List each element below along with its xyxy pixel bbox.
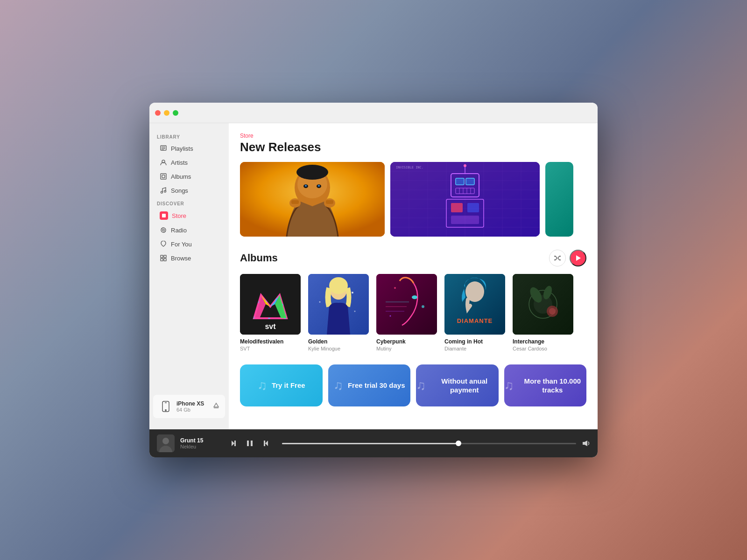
progress-fill [282, 443, 458, 444]
previous-button[interactable] [231, 439, 239, 448]
promo-text-try-free: Try it Free [272, 381, 305, 390]
sidebar-item-albums[interactable]: Albums [152, 170, 226, 183]
sidebar-item-for-you[interactable]: For You [152, 238, 226, 251]
store-label: Store [172, 212, 186, 219]
svg-rect-15 [164, 259, 166, 261]
progress-indicator [456, 441, 461, 446]
app-window: LIBRARY Playlists [149, 103, 598, 457]
svg-rect-31 [326, 200, 333, 204]
device-text: iPhone XS 64 Gb [176, 400, 204, 413]
music-note-icon-2: ♫ [333, 378, 343, 393]
traffic-lights [155, 110, 178, 116]
svg-rect-9 [162, 214, 166, 217]
store-breadcrumb: Store [240, 133, 586, 139]
music-note-icon-4: ♫ [504, 378, 514, 393]
svg-point-82 [354, 311, 356, 312]
app-body: LIBRARY Playlists [149, 123, 598, 429]
svg-point-80 [352, 292, 353, 294]
svg-rect-83 [376, 274, 437, 335]
svg-point-85 [394, 287, 396, 289]
svg-rect-52 [466, 178, 474, 185]
svg-point-84 [412, 295, 417, 299]
promo-card-no-payment[interactable]: ♫ Without anual payment [416, 364, 499, 406]
album-name-diamante: Coming in Hot [444, 338, 505, 345]
album-card-golden[interactable]: Golden Kylie Minogue [308, 274, 369, 351]
maximize-button[interactable] [173, 110, 178, 116]
album-card-cyberpunk[interactable]: Cyberpunk Mutiny [376, 274, 437, 351]
album-card-svt[interactable]: svt Melodifestivalen SVT [240, 274, 301, 351]
albums-row: svt Melodifestivalen SVT [240, 274, 586, 351]
album-card-diamante[interactable]: DIAMANTE Coming in Hot Diamante [444, 274, 505, 351]
device-info: iPhone XS 64 Gb [153, 395, 225, 418]
sidebar-item-browse[interactable]: Browse [152, 252, 226, 265]
svg-rect-101 [234, 441, 236, 446]
svg-point-26 [305, 185, 307, 187]
promo-card-free-trial[interactable]: ♫ Free trial 30 days [328, 364, 411, 406]
svg-text:INVISIBLE INC.: INVISIBLE INC. [396, 166, 423, 169]
sidebar-item-playlists[interactable]: Playlists [152, 142, 226, 155]
device-eject-button[interactable] [213, 402, 219, 411]
store-icon [160, 211, 168, 220]
svg-point-87 [390, 315, 391, 317]
svg-rect-6 [162, 175, 165, 178]
sidebar-item-songs[interactable]: Songs [152, 184, 226, 197]
svg-rect-105 [264, 441, 265, 446]
svg-point-95 [549, 308, 556, 315]
close-button[interactable] [155, 110, 161, 116]
album-art-interchange [513, 274, 573, 335]
album-name-cyberpunk: Cyberpunk [376, 338, 437, 345]
device-icon [159, 399, 173, 413]
svg-point-86 [422, 305, 424, 308]
new-release-card-robbie[interactable] [240, 162, 385, 237]
shuffle-button[interactable] [549, 250, 566, 266]
radio-icon [160, 226, 167, 234]
svg-rect-61 [451, 216, 479, 224]
new-release-card-teal[interactable] [545, 162, 573, 237]
svg-rect-5 [161, 174, 166, 179]
album-art-svt: svt [240, 274, 301, 335]
play-all-button[interactable] [570, 250, 586, 266]
radio-label: Radio [171, 227, 187, 234]
progress-track[interactable] [282, 443, 576, 444]
browse-icon [160, 254, 167, 262]
svg-rect-51 [456, 178, 464, 185]
sidebar-item-store[interactable]: Store [152, 209, 226, 223]
albums-icon [160, 173, 167, 180]
promo-row: ♫ Try it Free ♫ Free trial 30 days ♫ Wit… [240, 364, 586, 406]
next-button[interactable] [261, 439, 269, 448]
minimize-button[interactable] [164, 110, 169, 116]
albums-label: Albums [171, 173, 191, 180]
now-playing-info: Grunt 15 Nekleu [180, 437, 218, 449]
album-artist-golden: Kylie Minogue [308, 346, 369, 351]
page-title: New Releases [240, 140, 586, 154]
device-name: iPhone XS [176, 400, 204, 407]
svg-rect-103 [251, 441, 253, 446]
svg-rect-60 [467, 203, 479, 212]
now-playing-track-name: Grunt 15 [180, 437, 218, 444]
album-artist-cyberpunk: Mutiny [376, 346, 437, 351]
volume-control[interactable] [582, 439, 590, 448]
progress-bar[interactable] [282, 443, 576, 444]
promo-card-tracks[interactable]: ♫ More than 10.000 tracks [504, 364, 587, 406]
promo-card-try-free[interactable]: ♫ Try it Free [240, 364, 323, 406]
svg-rect-12 [161, 255, 163, 258]
sidebar-item-artists[interactable]: Artists [152, 156, 226, 169]
sidebar: LIBRARY Playlists [149, 123, 229, 429]
album-card-interchange[interactable]: Interchange Cesar Cardoso [513, 274, 573, 351]
sidebar-item-radio[interactable]: Radio [152, 224, 226, 237]
promo-text-tracks: More than 10.000 tracks [519, 377, 587, 395]
title-bar [149, 103, 598, 123]
svg-text:DIAMANTE: DIAMANTE [457, 317, 493, 324]
playlists-icon [160, 145, 167, 152]
promo-text-free-trial: Free trial 30 days [348, 381, 405, 390]
device-size: 64 Gb [176, 407, 204, 413]
svg-point-79 [329, 277, 348, 294]
svg-marker-100 [232, 441, 234, 446]
new-releases-row: INVISIBLE INC. [240, 162, 586, 237]
pause-button[interactable] [246, 439, 254, 448]
new-release-card-robot[interactable]: INVISIBLE INC. [390, 162, 540, 237]
library-section-label: LIBRARY [149, 131, 229, 141]
playback-controls [231, 439, 269, 448]
volume-icon [582, 439, 590, 448]
album-artist-svt: SVT [240, 346, 301, 351]
